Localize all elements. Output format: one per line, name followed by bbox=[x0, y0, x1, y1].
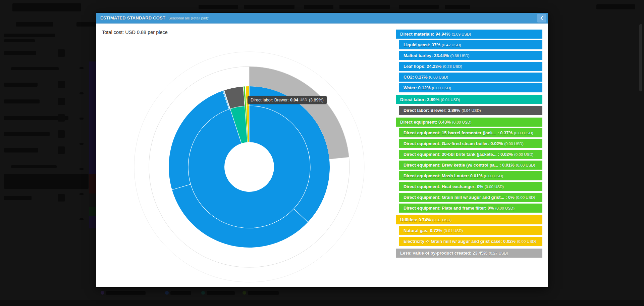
legend-row-value: (0.04 USD) bbox=[441, 98, 460, 102]
legend-group: Direct materials: 94.94%(1.09 USD)Liquid… bbox=[396, 30, 542, 92]
chevron-left-icon bbox=[539, 16, 544, 20]
legend-row-value: (0.01 USD) bbox=[432, 218, 452, 222]
chart-tooltip: Direct labor: Brewer: 0.04 USD (3.89%) bbox=[248, 96, 327, 104]
top-nav-placeholder bbox=[445, 5, 470, 9]
modal-header: ESTIMATED STANDARD COST 'Seasonal ale (r… bbox=[96, 13, 548, 24]
legend-row-label: Direct equipment: Brew kettle (w/ contro… bbox=[404, 163, 515, 168]
background-chart-bar bbox=[89, 174, 96, 193]
background-legend-dot bbox=[243, 291, 246, 295]
legend-row-label: Direct labor: Brewer: 3.89% bbox=[404, 108, 460, 113]
sidebar-item-placeholder bbox=[11, 165, 57, 168]
legend-row-direct-equipment-brew-kettle-w-control-pa-0-01[interactable]: Direct equipment: Brew kettle (w/ contro… bbox=[399, 161, 542, 170]
legend-row-value: (0.00 USD) bbox=[485, 185, 504, 189]
back-button[interactable] bbox=[537, 14, 546, 23]
legend-row-label: Water: 0.12% bbox=[404, 85, 430, 90]
legend-row-direct-equipment-grain-mill-w-augur-and-grist-0[interactable]: Direct equipment: Grain mill w/ augur an… bbox=[399, 193, 542, 202]
legend-row-water-0-12[interactable]: Water: 0.12%(0.00 USD) bbox=[399, 83, 542, 92]
tooltip-percent: (3.89%) bbox=[309, 98, 324, 102]
sidebar-lock-icon bbox=[58, 81, 65, 88]
legend-row-value: (0.00 USD) bbox=[514, 152, 534, 157]
legend-row-value: (0.42 USD) bbox=[442, 43, 461, 47]
legend-row-direct-equipment-30-bbl-brite-tank-jackete-0-02[interactable]: Direct equipment: 30-bbl brite tank (jac… bbox=[399, 150, 542, 159]
legend-row-direct-equipment-15-barrel-fermenter-jack-0-37[interactable]: Direct equipment: 15-barrel fermenter (j… bbox=[399, 128, 542, 137]
legend-group: Direct labor: 3.89%(0.04 USD)Direct labo… bbox=[396, 95, 542, 115]
legend-row-electricity-grain-mill-w-augur-and-grist-case-0-02[interactable]: Electricity -> Grain mill w/ augur and g… bbox=[399, 237, 542, 246]
legend-row-value: (0.01 USD) bbox=[444, 229, 463, 233]
legend-row-value: (0.00 USD) bbox=[432, 86, 451, 90]
background-chart-bar bbox=[89, 207, 96, 216]
sidebar-lock-icon bbox=[58, 49, 65, 57]
legend-row-label: Natural gas: 0.72% bbox=[404, 228, 442, 233]
axis-tick-placeholder bbox=[79, 218, 84, 220]
axis-tick-placeholder bbox=[79, 193, 84, 195]
legend-row-direct-equipment-plate-and-frame-filter-0[interactable]: Direct equipment: Plate and frame filter… bbox=[399, 204, 542, 213]
legend-row-label: CO2: 0.17% bbox=[404, 75, 428, 80]
legend-row-direct-labor-brewer-3-89[interactable]: Direct labor: Brewer: 3.89%(0.04 USD) bbox=[399, 106, 542, 115]
background-legend-dot bbox=[201, 291, 205, 295]
legend-row-malted-barley-33-44[interactable]: Malted barley: 33.44%(0.38 USD) bbox=[399, 51, 542, 60]
legend-row-direct-materials-94-94[interactable]: Direct materials: 94.94%(1.09 USD) bbox=[396, 30, 542, 39]
top-nav-placeholder bbox=[244, 5, 294, 9]
axis-tick-placeholder bbox=[79, 118, 84, 120]
legend-group: Less: value of by-product created: 23.45… bbox=[396, 249, 542, 258]
legend-row-label: Direct equipment: Mash Lauter: 0.01% bbox=[404, 173, 483, 178]
axis-tick-placeholder bbox=[79, 143, 84, 145]
legend-row-value: (0.00 USD) bbox=[516, 163, 535, 167]
legend-group: Direct equipment: 0.43%(0.00 USD)Direct … bbox=[396, 118, 542, 213]
background-legend-label-placeholder bbox=[248, 291, 279, 295]
legend-row-direct-equipment-heat-exchanger-0[interactable]: Direct equipment: Heat exchanger: 0%(0.0… bbox=[399, 182, 542, 191]
legend-row-label: Direct equipment: 30-bbl brite tank (jac… bbox=[404, 152, 513, 157]
top-nav-placeholder bbox=[399, 5, 439, 9]
legend-row-utilities-0-74[interactable]: Utilities: 0.74%(0.01 USD) bbox=[396, 215, 542, 224]
legend-row-value: (1.09 USD) bbox=[452, 32, 471, 36]
legend-row-value: (0.00 USD) bbox=[517, 239, 536, 244]
legend-row-label: Liquid yeast: 37% bbox=[404, 42, 440, 47]
axis-tick-placeholder bbox=[79, 168, 84, 170]
scrollbar-thumb bbox=[639, 24, 642, 91]
legend-row-label: Direct equipment: 0.43% bbox=[400, 120, 451, 125]
top-right-icons-placeholder bbox=[596, 4, 635, 9]
legend-row-direct-equipment-mash-lauter-0-01[interactable]: Direct equipment: Mash Lauter: 0.01%(0.0… bbox=[399, 171, 542, 180]
legend-row-less-value-of-by-product-created-23-45[interactable]: Less: value of by-product created: 23.45… bbox=[396, 249, 542, 258]
legend-row-value: (0.04 USD) bbox=[462, 108, 481, 113]
legend-row-label: Direct labor: 3.89% bbox=[400, 97, 439, 102]
legend-row-value: (0.28 USD) bbox=[443, 64, 462, 69]
sidebar-lock-icon bbox=[58, 146, 65, 154]
legend-row-label: Direct equipment: Heat exchanger: 0% bbox=[404, 184, 483, 189]
top-nav-placeholder bbox=[199, 5, 238, 9]
legend-row-value: (0.00 USD) bbox=[429, 75, 448, 79]
legend-row-label: Less: value of by-product created: 23.45… bbox=[400, 251, 487, 256]
tooltip-value: 0.04 bbox=[290, 98, 298, 102]
sidebar-item-placeholder bbox=[4, 148, 38, 152]
background-chart-bar bbox=[89, 193, 96, 207]
legend-row-label: Direct materials: 94.94% bbox=[400, 32, 450, 37]
background-legend-label-placeholder bbox=[207, 291, 235, 295]
legend-row-natural-gas-0-72[interactable]: Natural gas: 0.72%(0.01 USD) bbox=[399, 226, 542, 235]
modal-subtitle: 'Seasonal ale (retail pint)' bbox=[168, 16, 209, 20]
background-chart-bar bbox=[89, 216, 96, 228]
legend-row-direct-equipment-gas-fired-steam-boiler-0-02[interactable]: Direct equipment: Gas-fired steam boiler… bbox=[399, 139, 542, 148]
legend-row-leaf-hops-24-23[interactable]: Leaf hops: 24.23%(0.28 USD) bbox=[399, 62, 542, 71]
sidebar-lock-icon bbox=[58, 130, 65, 138]
sidebar-lock-icon bbox=[58, 194, 65, 202]
legend-row-value: (0.27 USD) bbox=[489, 251, 508, 255]
sidebar-item-placeholder bbox=[11, 67, 59, 70]
sidebar-item-placeholder bbox=[4, 196, 32, 200]
tab-placeholder bbox=[76, 22, 96, 27]
sidebar-item-placeholder bbox=[4, 39, 35, 42]
sidebar-item-placeholder bbox=[4, 34, 55, 37]
legend-row-value: (0.00 USD) bbox=[495, 206, 515, 210]
legend-row-label: Direct equipment: Plate and frame filter… bbox=[404, 206, 494, 211]
legend-row-co2-0-17[interactable]: CO2: 0.17%(0.00 USD) bbox=[399, 73, 542, 82]
legend-row-label: Direct equipment: 15-barrel fermenter (j… bbox=[404, 130, 513, 135]
legend-row-label: Malted barley: 33.44% bbox=[404, 53, 449, 58]
background-legend-label-placeholder bbox=[106, 291, 146, 295]
legend-row-direct-labor-3-89[interactable]: Direct labor: 3.89%(0.04 USD) bbox=[396, 95, 542, 104]
legend-row-direct-equipment-0-43[interactable]: Direct equipment: 0.43%(0.00 USD) bbox=[396, 118, 542, 127]
legend-row-value: (0.00 USD) bbox=[516, 195, 535, 200]
legend-row-label: Leaf hops: 24.23% bbox=[404, 64, 441, 69]
legend-row-liquid-yeast-37[interactable]: Liquid yeast: 37%(0.42 USD) bbox=[399, 40, 542, 49]
sidebar-item-placeholder bbox=[4, 132, 50, 136]
legend-row-label: Utilities: 0.74% bbox=[400, 217, 431, 222]
legend-row-value: (0.38 USD) bbox=[450, 54, 470, 58]
